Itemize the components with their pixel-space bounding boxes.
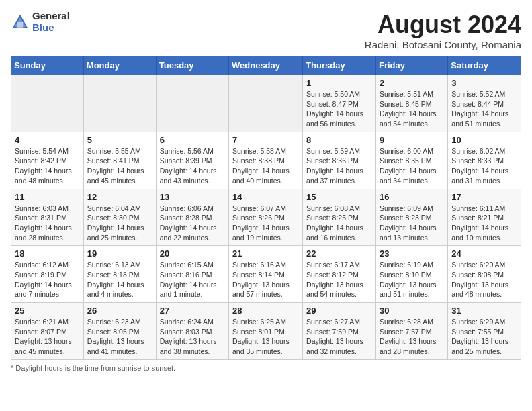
day-number: 22 [306,248,372,259]
day-number: 18 [15,248,80,259]
day-number: 1 [306,78,372,88]
day-number: 26 [87,306,152,316]
week-row-2: 4Sunrise: 5:54 AM Sunset: 8:42 PM Daylig… [11,132,521,189]
day-info: Sunrise: 6:20 AM Sunset: 8:08 PM Dayligh… [451,260,517,300]
day-info: Sunrise: 6:13 AM Sunset: 8:18 PM Dayligh… [87,260,152,300]
day-number: 7 [232,135,299,145]
day-info: Sunrise: 5:52 AM Sunset: 8:44 PM Dayligh… [451,89,517,129]
day-cell: 31Sunrise: 6:29 AM Sunset: 7:55 PM Dayli… [448,303,521,360]
day-cell: 3Sunrise: 5:52 AM Sunset: 8:44 PM Daylig… [448,75,521,132]
day-cell: 15Sunrise: 6:08 AM Sunset: 8:25 PM Dayli… [303,189,376,246]
day-info: Sunrise: 6:03 AM Sunset: 8:31 PM Dayligh… [15,203,80,243]
day-number: 27 [160,306,225,316]
day-number: 17 [451,192,517,202]
day-info: Sunrise: 6:23 AM Sunset: 8:05 PM Dayligh… [87,317,152,357]
footer-note: * Daylight hours is the time from sunris… [11,364,521,372]
day-cell: 29Sunrise: 6:27 AM Sunset: 7:59 PM Dayli… [303,303,376,360]
day-cell: 13Sunrise: 6:06 AM Sunset: 8:28 PM Dayli… [156,189,228,246]
day-info: Sunrise: 6:15 AM Sunset: 8:16 PM Dayligh… [160,260,225,300]
day-info: Sunrise: 6:19 AM Sunset: 8:10 PM Dayligh… [380,260,444,300]
day-info: Sunrise: 6:08 AM Sunset: 8:25 PM Dayligh… [306,203,372,243]
logo-text: General Blue [32,11,70,33]
calendar-body: 1Sunrise: 5:50 AM Sunset: 8:47 PM Daylig… [11,75,521,360]
col-header-thursday: Thursday [303,56,376,75]
col-header-tuesday: Tuesday [156,56,228,75]
day-number: 31 [451,306,517,316]
day-number: 5 [87,135,152,145]
day-info: Sunrise: 6:25 AM Sunset: 8:01 PM Dayligh… [232,317,299,357]
day-info: Sunrise: 6:00 AM Sunset: 8:35 PM Dayligh… [380,146,444,186]
header-row: SundayMondayTuesdayWednesdayThursdayFrid… [11,56,521,75]
day-info: Sunrise: 5:59 AM Sunset: 8:36 PM Dayligh… [306,146,372,186]
day-number: 8 [306,135,372,145]
day-number: 2 [380,78,444,88]
day-cell: 27Sunrise: 6:24 AM Sunset: 8:03 PM Dayli… [156,303,228,360]
day-info: Sunrise: 6:12 AM Sunset: 8:19 PM Dayligh… [15,260,80,300]
day-info: Sunrise: 6:27 AM Sunset: 7:59 PM Dayligh… [306,317,372,357]
main-title: August 2024 [365,11,521,39]
subtitle: Radeni, Botosani County, Romania [365,39,521,50]
header: General Blue August 2024 Radeni, Botosan… [11,11,521,50]
day-cell: 24Sunrise: 6:20 AM Sunset: 8:08 PM Dayli… [448,246,521,303]
day-number: 9 [380,135,444,145]
day-number: 23 [380,248,444,259]
day-info: Sunrise: 6:06 AM Sunset: 8:28 PM Dayligh… [160,203,225,243]
day-cell: 25Sunrise: 6:21 AM Sunset: 8:07 PM Dayli… [11,303,84,360]
day-cell: 28Sunrise: 6:25 AM Sunset: 8:01 PM Dayli… [229,303,303,360]
day-number: 24 [451,248,517,259]
col-header-saturday: Saturday [448,56,521,75]
day-info: Sunrise: 5:50 AM Sunset: 8:47 PM Dayligh… [306,89,372,129]
svg-rect-2 [17,22,23,28]
day-number: 19 [87,248,152,259]
week-row-4: 18Sunrise: 6:12 AM Sunset: 8:19 PM Dayli… [11,246,521,303]
day-cell: 7Sunrise: 5:58 AM Sunset: 8:38 PM Daylig… [229,132,303,189]
day-cell: 5Sunrise: 5:55 AM Sunset: 8:41 PM Daylig… [83,132,156,189]
day-cell [11,75,84,132]
day-cell [229,75,303,132]
day-cell: 8Sunrise: 5:59 AM Sunset: 8:36 PM Daylig… [303,132,376,189]
logo-general-text: General [32,11,70,22]
week-row-1: 1Sunrise: 5:50 AM Sunset: 8:47 PM Daylig… [11,75,521,132]
day-number: 28 [232,306,299,316]
day-info: Sunrise: 6:28 AM Sunset: 7:57 PM Dayligh… [380,317,444,357]
day-info: Sunrise: 5:51 AM Sunset: 8:45 PM Dayligh… [380,89,444,129]
day-cell: 12Sunrise: 6:04 AM Sunset: 8:30 PM Dayli… [83,189,156,246]
day-number: 10 [451,135,517,145]
day-cell: 1Sunrise: 5:50 AM Sunset: 8:47 PM Daylig… [303,75,376,132]
day-cell: 26Sunrise: 6:23 AM Sunset: 8:05 PM Dayli… [83,303,156,360]
day-number: 13 [160,192,225,202]
day-info: Sunrise: 6:16 AM Sunset: 8:14 PM Dayligh… [232,260,299,300]
day-number: 12 [87,192,152,202]
day-info: Sunrise: 5:56 AM Sunset: 8:39 PM Dayligh… [160,146,225,186]
col-header-monday: Monday [83,56,156,75]
day-number: 6 [160,135,225,145]
day-cell: 30Sunrise: 6:28 AM Sunset: 7:57 PM Dayli… [375,303,447,360]
day-cell: 17Sunrise: 6:11 AM Sunset: 8:21 PM Dayli… [448,189,521,246]
day-cell [83,75,156,132]
logo-icon [11,13,30,32]
logo: General Blue [11,11,70,33]
day-cell: 19Sunrise: 6:13 AM Sunset: 8:18 PM Dayli… [83,246,156,303]
day-cell: 2Sunrise: 5:51 AM Sunset: 8:45 PM Daylig… [375,75,447,132]
day-number: 16 [380,192,444,202]
day-number: 29 [306,306,372,316]
week-row-5: 25Sunrise: 6:21 AM Sunset: 8:07 PM Dayli… [11,303,521,360]
title-block: August 2024 Radeni, Botosani County, Rom… [365,11,521,50]
day-info: Sunrise: 6:29 AM Sunset: 7:55 PM Dayligh… [451,317,517,357]
day-info: Sunrise: 6:11 AM Sunset: 8:21 PM Dayligh… [451,203,517,243]
day-cell: 6Sunrise: 5:56 AM Sunset: 8:39 PM Daylig… [156,132,228,189]
day-info: Sunrise: 6:24 AM Sunset: 8:03 PM Dayligh… [160,317,225,357]
col-header-friday: Friday [375,56,447,75]
day-number: 4 [15,135,80,145]
day-cell: 4Sunrise: 5:54 AM Sunset: 8:42 PM Daylig… [11,132,84,189]
day-number: 20 [160,248,225,259]
col-header-sunday: Sunday [11,56,84,75]
day-info: Sunrise: 6:09 AM Sunset: 8:23 PM Dayligh… [380,203,444,243]
logo-blue-text: Blue [32,22,70,34]
day-cell: 14Sunrise: 6:07 AM Sunset: 8:26 PM Dayli… [229,189,303,246]
day-cell: 10Sunrise: 6:02 AM Sunset: 8:33 PM Dayli… [448,132,521,189]
day-cell: 11Sunrise: 6:03 AM Sunset: 8:31 PM Dayli… [11,189,84,246]
day-cell: 9Sunrise: 6:00 AM Sunset: 8:35 PM Daylig… [375,132,447,189]
day-cell [156,75,228,132]
day-number: 30 [380,306,444,316]
